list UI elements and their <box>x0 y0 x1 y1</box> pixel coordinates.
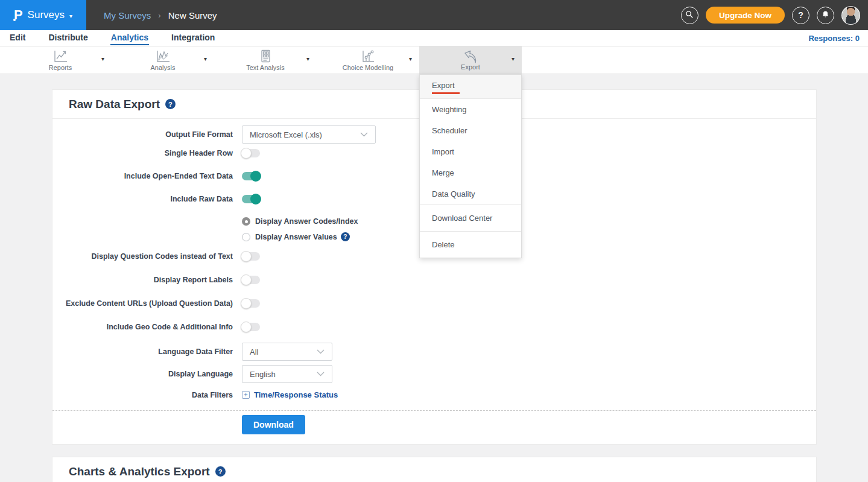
exclude-content-urls-row: Exclude Content URLs (Upload Question Da… <box>52 299 816 308</box>
display-language-select[interactable]: English <box>242 365 332 383</box>
question-mark-icon: ? <box>798 10 803 20</box>
toolbar-reports[interactable]: Reports ▾ <box>9 46 112 74</box>
questionpro-logo-icon: P <box>14 8 23 22</box>
field-label: Display Question Codes instead of Text <box>52 252 233 261</box>
product-name: Surveys <box>28 9 65 21</box>
header-actions: Upgrade Now ? <box>681 6 868 25</box>
top-header-bar: P Surveys ▾ My Surveys › New Survey Upgr… <box>0 0 868 30</box>
tab-edit[interactable]: Edit <box>9 31 26 45</box>
toolbar-item-label: Analysis <box>151 64 176 71</box>
notifications-button[interactable] <box>817 7 834 24</box>
single-header-row-toggle[interactable] <box>242 149 260 157</box>
chevron-down-icon: ▾ <box>69 13 72 19</box>
plus-box-icon: + <box>242 391 250 399</box>
field-label: Data Filters <box>52 391 233 399</box>
breadcrumb-separator-icon: › <box>158 11 160 20</box>
language-data-filter-row: Language Data Filter All <box>52 343 816 361</box>
report-labels-toggle[interactable] <box>242 276 260 284</box>
answer-values-option: Display Answer Values ? <box>242 232 816 241</box>
toolbar-item-label: Choice Modelling <box>343 64 393 71</box>
question-codes-toggle[interactable] <box>242 252 260 261</box>
active-item-underline <box>432 92 460 94</box>
toolbar-export[interactable]: Export ▾ <box>419 46 522 74</box>
field-label: Include Raw Data <box>52 195 233 203</box>
menu-item-merge[interactable]: Merge <box>420 162 521 183</box>
selected-value: All <box>250 347 258 357</box>
report-labels-row: Display Report Labels <box>52 276 816 284</box>
field-label: Single Header Row <box>52 149 233 157</box>
analysis-chart-icon <box>155 49 171 63</box>
exclude-content-urls-toggle[interactable] <box>242 299 260 308</box>
answer-codes-option: Display Answer Codes/Index <box>242 217 816 226</box>
download-button[interactable]: Download <box>242 415 305 434</box>
menu-item-data-quality[interactable]: Data Quality <box>420 183 521 205</box>
field-label: Include Open-Ended Text Data <box>52 172 233 180</box>
menu-item-weighting[interactable]: Weighting <box>420 99 521 120</box>
toolbar-analysis[interactable]: Analysis ▾ <box>112 46 214 74</box>
document-grid-icon <box>259 49 272 63</box>
analysis-dropdown-caret-icon[interactable]: ▾ <box>204 55 207 62</box>
answer-values-help-icon[interactable]: ? <box>341 232 350 241</box>
geo-code-toggle[interactable] <box>242 323 260 331</box>
menu-item-delete[interactable]: Delete <box>420 231 521 258</box>
survey-section-tabs: Edit Distribute Analytics Integration Re… <box>0 30 868 46</box>
language-data-filter-select[interactable]: All <box>242 343 332 361</box>
menu-item-download-center[interactable]: Download Center <box>420 205 521 231</box>
field-label: Include Geo Code & Additional Info <box>52 323 233 331</box>
time-response-status-link[interactable]: Time/Response Status <box>254 390 338 399</box>
app-switcher[interactable]: P Surveys ▾ <box>0 0 86 30</box>
responses-count: Responses: 0 <box>808 34 868 43</box>
chevron-down-icon <box>360 132 368 137</box>
analytics-toolbar: Reports ▾ Analysis ▾ Text Analysis ▾ Cho… <box>0 46 868 74</box>
card-header: Charts & Analytics Export ? <box>52 457 816 482</box>
text-analysis-dropdown-caret-icon[interactable]: ▾ <box>306 55 309 62</box>
field-label: Exclude Content URLs (Upload Question Da… <box>52 299 233 308</box>
menu-item-scheduler[interactable]: Scheduler <box>420 120 521 141</box>
help-button[interactable]: ? <box>792 7 809 24</box>
include-raw-data-toggle[interactable] <box>242 195 260 203</box>
tab-integration[interactable]: Integration <box>171 31 215 45</box>
selected-value: English <box>250 370 276 379</box>
toolbar-item-label: Reports <box>49 64 72 71</box>
charts-export-help-icon[interactable]: ? <box>215 466 226 477</box>
display-language-row: Display Language English <box>52 365 816 383</box>
breadcrumb: My Surveys › New Survey <box>104 10 217 21</box>
field-label: Display Report Labels <box>52 276 233 284</box>
display-answer-values-radio[interactable] <box>242 233 250 241</box>
radio-label: Display Answer Values <box>255 233 337 241</box>
tab-distribute[interactable]: Distribute <box>48 31 88 45</box>
data-filters-row: Data Filters + Time/Response Status <box>52 390 816 399</box>
search-icon <box>685 10 694 21</box>
export-arrow-icon <box>461 48 480 65</box>
charts-export-title: Charts & Analytics Export <box>69 465 210 478</box>
field-label: Output File Format <box>52 130 233 139</box>
selected-value: Microsoft Excel (.xls) <box>250 130 322 139</box>
toolbar-text-analysis[interactable]: Text Analysis ▾ <box>214 46 317 74</box>
field-label: Language Data Filter <box>52 347 233 356</box>
menu-item-export[interactable]: Export <box>420 75 521 99</box>
include-open-ended-toggle[interactable] <box>242 172 260 180</box>
search-button[interactable] <box>681 7 699 24</box>
export-dropdown-menu: Export Weighting Scheduler Import Merge … <box>419 74 522 258</box>
toolbar-choice-modelling[interactable]: Choice Modelling ▾ <box>317 46 419 74</box>
reports-dropdown-caret-icon[interactable]: ▾ <box>101 55 104 62</box>
output-file-format-select[interactable]: Microsoft Excel (.xls) <box>242 125 376 144</box>
menu-item-import[interactable]: Import <box>420 141 521 162</box>
choice-modelling-dropdown-caret-icon[interactable]: ▾ <box>409 55 412 62</box>
raw-data-export-help-icon[interactable]: ? <box>165 99 176 109</box>
display-answer-codes-radio[interactable] <box>242 217 250 226</box>
field-label: Display Language <box>52 370 233 378</box>
geo-code-row: Include Geo Code & Additional Info <box>52 323 816 331</box>
radio-label: Display Answer Codes/Index <box>255 217 358 226</box>
breadcrumb-my-surveys[interactable]: My Surveys <box>104 10 151 21</box>
line-chart-icon <box>52 49 68 63</box>
charts-analytics-export-card: Charts & Analytics Export ? <box>52 457 817 482</box>
user-avatar[interactable] <box>841 6 860 25</box>
toolbar-item-label: Text Analysis <box>246 64 285 71</box>
page-title: Raw Data Export <box>69 98 160 111</box>
export-dropdown-caret-icon[interactable]: ▾ <box>512 55 515 62</box>
upgrade-now-button[interactable]: Upgrade Now <box>706 7 785 24</box>
scatter-chart-icon <box>360 49 376 63</box>
tab-analytics[interactable]: Analytics <box>110 31 149 45</box>
chevron-down-icon <box>317 372 325 376</box>
